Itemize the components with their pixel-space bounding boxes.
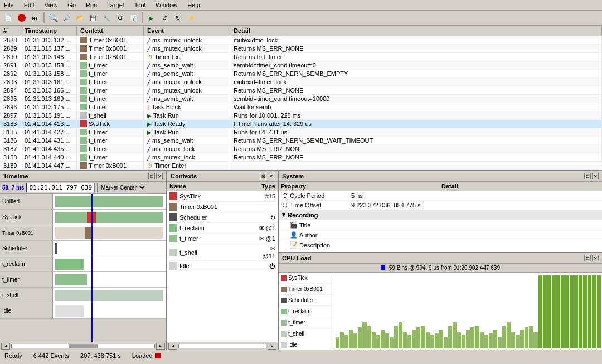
ctx-scroll-right-btn[interactable]: ▸: [268, 343, 276, 350]
menu-target[interactable]: Target: [105, 1, 126, 9]
system-restore-btn[interactable]: ⊡: [584, 173, 591, 179]
col-header-event[interactable]: Event: [144, 26, 230, 35]
table-row[interactable]: 3186 01:41.014 431 ... t_timer ╱ms_semb_…: [0, 137, 602, 145]
contexts-restore-btn[interactable]: ⊡: [260, 173, 266, 179]
sys-row-author[interactable]: 👤Author: [279, 230, 602, 240]
ctx-row-idle[interactable]: Idle ⏻: [167, 261, 278, 271]
contexts-scrollbar[interactable]: ◂ ▸: [167, 342, 278, 350]
record-stop-btn[interactable]: [16, 12, 28, 24]
zoom-in-btn[interactable]: 🔍: [47, 12, 59, 24]
table-row[interactable]: 3187 01:41.014 435 ... t_timer ╱ms_mutex…: [0, 145, 602, 153]
save-btn[interactable]: 💾: [87, 12, 99, 24]
track-content-idle[interactable]: [53, 303, 166, 318]
contexts-title: Contexts: [171, 173, 197, 179]
sys-row-title[interactable]: 🎬Title: [279, 220, 602, 230]
cpu-chart[interactable]: [334, 273, 602, 350]
table-row[interactable]: 2894 01:31.013 166 ... t_timer ╱ms_mutex…: [0, 86, 602, 95]
track-content-scheduler[interactable]: [53, 241, 166, 256]
timeline-scrollbar[interactable]: ◂ ▸: [0, 342, 166, 350]
settings-btn[interactable]: ⚙: [114, 12, 126, 24]
table-row[interactable]: 2893 01:31.013 161 ... t_timer ╱ms_mutex…: [0, 78, 602, 86]
table-row[interactable]: 2897 01:31.013 191 ... t_shell ▶Task Run…: [0, 111, 602, 120]
track-content-timer0b001[interactable]: [53, 225, 166, 240]
ctx-row-t-timer[interactable]: t_timer ✉ @1: [167, 234, 278, 244]
cpu-close-btn[interactable]: ✕: [592, 255, 599, 261]
cpu-bar: [385, 333, 389, 348]
table-row[interactable]: 2891 01:31.013 153 ... t_timer ╱ms_semb_…: [0, 61, 602, 70]
menu-tool[interactable]: Tool: [133, 1, 147, 9]
expand-icon[interactable]: ▾: [282, 211, 285, 219]
chart-btn[interactable]: 📊: [127, 12, 139, 24]
play-btn[interactable]: ▶: [145, 12, 157, 24]
scrollbar-thumb[interactable]: [69, 344, 97, 348]
stop-btn[interactable]: ⚡: [185, 12, 197, 24]
ctx-row-timer0b001[interactable]: Timer 0xB001: [167, 202, 278, 212]
cycle-icon: ⏱: [282, 192, 288, 199]
ctx-row-systick[interactable]: SysTick #15: [167, 191, 278, 202]
table-row[interactable]: 2896 01:31.013 175 ... t_timer ‖Task Blo…: [0, 103, 602, 111]
track-bar-t-shell: [55, 290, 163, 301]
cpu-restore-btn[interactable]: ⊡: [584, 255, 591, 261]
contexts-close-btn[interactable]: ✕: [268, 173, 274, 179]
track-content-t-timer[interactable]: [53, 272, 166, 287]
track-content-t-reclaim[interactable]: [53, 256, 166, 271]
ctx-scrollbar-track[interactable]: [178, 344, 266, 348]
table-row[interactable]: 2892 01:31.013 158 ... t_timer ╱ms_semb_…: [0, 70, 602, 78]
scroll-left-btn[interactable]: ◂: [1, 343, 10, 350]
skip-start-btn[interactable]: ⏮: [29, 12, 41, 24]
scroll-right-btn[interactable]: ▸: [156, 343, 165, 350]
sys-row-cycle[interactable]: ⏱Cycle Period 5 ns: [279, 191, 602, 201]
sys-row-timeoffset[interactable]: ⏲Time Offset 9 223 372 036. 854 775 s: [279, 201, 602, 210]
step-btn[interactable]: ↻: [172, 12, 184, 24]
menu-run[interactable]: Run: [84, 1, 99, 9]
cpu-label-text-timer0b001: Timer 0xB001: [288, 286, 323, 292]
track-content-unified[interactable]: [53, 194, 166, 209]
table-row[interactable]: 3189 01:41.014 447 ... Timer 0xB001 ⏱Tim…: [0, 162, 602, 170]
row-detail: mutexid=io_lock: [230, 36, 602, 44]
table-row[interactable]: 2895 01:31.013 169 ... t_timer ╱ms_semb_…: [0, 95, 602, 103]
filter-btn[interactable]: 🔧: [100, 12, 113, 24]
cpu-bar: [561, 275, 565, 348]
open-btn[interactable]: 📂: [74, 12, 86, 24]
menu-edit[interactable]: Edit: [22, 1, 36, 9]
table-row[interactable]: 3183 01:41.014 413 ... SysTick ▶Task Rea…: [0, 120, 602, 128]
timeline-center-dropdown[interactable]: Marker Center: [97, 183, 147, 192]
table-row[interactable]: 2888 01:31.013 132 ... Timer 0xB001 ╱ms_…: [0, 36, 602, 45]
cpu-bar: [502, 326, 506, 348]
track-content-t-shell[interactable]: [53, 288, 166, 303]
sys-row-desc[interactable]: 📝Description: [279, 240, 602, 250]
new-btn[interactable]: 📄: [2, 12, 14, 24]
table-row[interactable]: 3188 01:41.014 440 ... t_timer ╱ms_mutex…: [0, 153, 602, 162]
menu-file[interactable]: File: [2, 1, 16, 9]
menu-help[interactable]: Help: [186, 1, 202, 9]
table-row[interactable]: 2890 01:31.013 146 ... Timer 0xB001 ⏱Tim…: [0, 53, 602, 61]
cpu-label-color-idle: [281, 342, 287, 348]
system-close-btn[interactable]: ✕: [592, 173, 599, 179]
ctx-row-scheduler[interactable]: Scheduler ↻: [167, 212, 278, 223]
ctx-color-indicator: [80, 37, 87, 43]
ctx-scroll-left-btn[interactable]: ◂: [168, 343, 177, 350]
ctx-color-scheduler: [169, 213, 177, 221]
timeline-close-btn[interactable]: ✕: [156, 173, 163, 179]
menu-go[interactable]: Go: [66, 1, 77, 9]
ctx-row-t-shell[interactable]: t_shell ✉ @11: [167, 244, 278, 261]
col-header-num[interactable]: #: [0, 26, 21, 35]
col-header-context[interactable]: Context: [77, 26, 144, 35]
menu-view[interactable]: View: [43, 1, 60, 9]
refresh-btn[interactable]: ↺: [158, 12, 171, 24]
track-content-systick[interactable]: [53, 210, 166, 225]
col-header-detail[interactable]: Detail: [230, 26, 602, 35]
ctx-row-t-reclaim[interactable]: t_reclaim ✉ @1: [167, 223, 278, 234]
col-header-time[interactable]: Timestamp: [21, 26, 77, 35]
timeline-restore-btn[interactable]: ⊡: [148, 173, 155, 179]
scrollbar-track[interactable]: [11, 344, 155, 348]
menu-window[interactable]: Window: [154, 1, 179, 9]
zoom-out-btn[interactable]: 🔎: [60, 12, 72, 24]
ctx-type-idle: ⏻: [259, 263, 275, 269]
table-row[interactable]: 3185 01:41.014 427 ... t_timer ▶Task Run…: [0, 128, 602, 137]
event-icon: ╱: [147, 46, 151, 52]
ctx-color-t-reclaim: [169, 224, 177, 232]
row-detail: Runs for 10 001. 228 ms: [230, 111, 602, 119]
event-icon: ▶: [147, 113, 152, 119]
table-row[interactable]: 2889 01:31.013 137 ... Timer 0xB001 ╱ms_…: [0, 45, 602, 53]
